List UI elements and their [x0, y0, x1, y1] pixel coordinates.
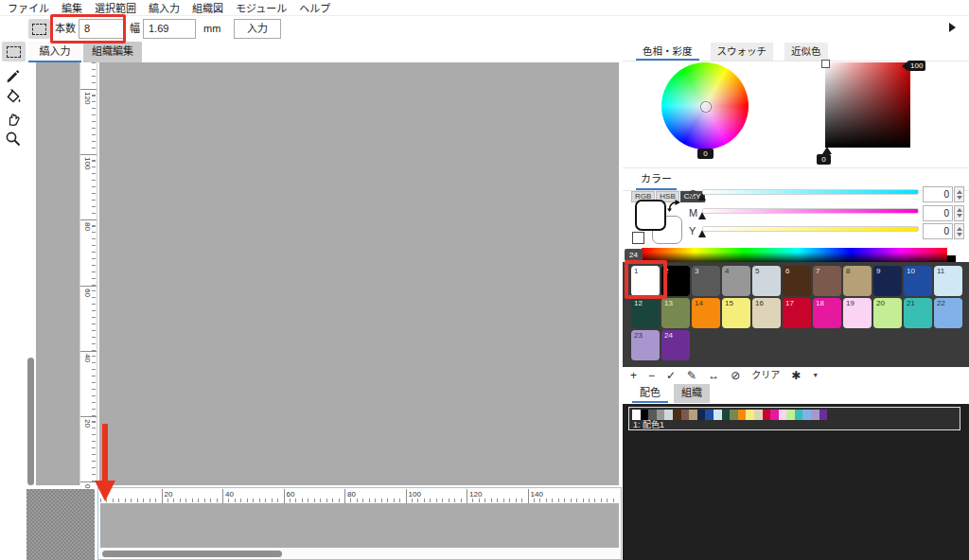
color-panel-tab-3[interactable]: 近似色	[784, 43, 828, 61]
slider-spinner-Y[interactable]	[954, 223, 964, 239]
palette-swatch-10[interactable]: 10	[904, 266, 932, 296]
width-input[interactable]: 1.69	[143, 19, 196, 39]
slider-spinner-M[interactable]	[954, 205, 964, 221]
scheme-color-chips	[632, 410, 827, 420]
palette-swatch-23[interactable]: 23	[631, 330, 660, 360]
default-colors-icon[interactable]	[632, 232, 644, 244]
palette-swatch-24[interactable]: 24	[661, 330, 690, 360]
scheme-tab-1[interactable]: 配色	[632, 384, 668, 403]
main-canvas[interactable]	[99, 62, 619, 485]
scheme-chip-11	[714, 410, 722, 420]
selection-tool-button[interactable]	[28, 19, 50, 39]
scheme-chip-16	[754, 410, 763, 420]
tab-color[interactable]: カラー	[636, 170, 677, 190]
sv-bottom-marker[interactable]	[822, 147, 832, 154]
palette-swatch-4[interactable]: 4	[722, 266, 750, 296]
edit-icon[interactable]: ✎	[687, 367, 696, 384]
add-icon[interactable]: +	[630, 367, 637, 384]
zoom-tool-icon[interactable]	[5, 131, 22, 148]
menu-item-4[interactable]: 縞入力	[149, 0, 180, 15]
scheme-item-label: 1: 配色1	[633, 420, 664, 430]
count-input[interactable]: 8	[79, 19, 125, 39]
selection-icon	[32, 24, 46, 35]
palette-swatch-2[interactable]: 2	[661, 266, 690, 296]
expand-arrow-icon[interactable]	[949, 23, 956, 32]
scheme-list-item[interactable]: 1: 配色1	[628, 407, 960, 430]
palette-swatch-12[interactable]: 12	[631, 298, 660, 328]
hue-wheel-marker[interactable]	[701, 102, 711, 112]
clear-icon[interactable]: クリア	[751, 367, 780, 384]
fill-tool-icon[interactable]	[5, 88, 22, 105]
left-toolbar	[0, 62, 26, 560]
disable-icon[interactable]: ⊘	[731, 367, 740, 384]
foreground-color-square[interactable]	[635, 200, 666, 231]
hue-spectrum-bar[interactable]	[642, 248, 954, 262]
palette-swatch-1[interactable]: 1	[631, 266, 660, 296]
vertical-scrollbar[interactable]	[27, 358, 34, 485]
palette-swatch-16[interactable]: 16	[752, 298, 781, 328]
doc-tab-1[interactable]: 縞入力	[28, 42, 81, 62]
h-ruler-tick-20: 20	[162, 489, 163, 503]
menu-item-3[interactable]: 選択範囲	[95, 0, 136, 15]
slider-track-Y[interactable]	[702, 226, 919, 232]
palette-swatch-14[interactable]: 14	[692, 298, 720, 328]
palette-swatch-7[interactable]: 7	[813, 266, 841, 296]
left-tool-selection-active[interactable]	[2, 42, 26, 61]
scheme-chip-22	[802, 410, 811, 420]
stripe-preview-column[interactable]	[36, 62, 79, 485]
saturation-value-square[interactable]	[825, 62, 910, 148]
doc-tab-2[interactable]: 組織編集	[83, 42, 142, 62]
sv-square-marker[interactable]	[821, 60, 830, 68]
slider-value-Y[interactable]: 0	[923, 223, 953, 239]
hue-bar-marker-black[interactable]	[947, 255, 956, 262]
palette-swatch-6[interactable]: 6	[783, 266, 811, 296]
palette-swatch-18[interactable]: 18	[813, 298, 841, 328]
palette-swatch-15[interactable]: 15	[722, 298, 750, 328]
remove-icon[interactable]: −	[648, 367, 655, 384]
scheme-tab-2[interactable]: 組織	[674, 384, 710, 403]
palette-swatch-17[interactable]: 17	[783, 298, 811, 328]
palette-swatch-5[interactable]: 5	[752, 266, 781, 296]
palette-swatch-9[interactable]: 9	[873, 266, 902, 296]
toolbar: 本数 8 幅 1.69 mm 入力	[0, 16, 969, 43]
count-label: 本数	[55, 19, 76, 39]
scheme-chip-19	[779, 410, 787, 420]
slider-value-M[interactable]: 0	[923, 205, 953, 221]
star-icon[interactable]: ✱	[791, 367, 801, 384]
menu-item-2[interactable]: 編集	[62, 0, 82, 15]
more-icon[interactable]: ▼	[812, 367, 819, 384]
menu-item-5[interactable]: 組織図	[192, 0, 223, 15]
check-icon[interactable]: ✓	[666, 367, 676, 384]
color-panel-tab-1[interactable]: 色相・彩度	[636, 43, 699, 61]
stripe-strip-panel: 20406080100120140	[97, 487, 622, 560]
hue-bar-marker-white[interactable]	[947, 248, 956, 255]
palette-swatch-13[interactable]: 13	[661, 298, 690, 328]
slider-track-M[interactable]	[702, 208, 919, 214]
slider-track-C[interactable]	[702, 189, 919, 195]
palette-swatch-22[interactable]: 22	[934, 298, 962, 328]
palette-swatch-8[interactable]: 8	[843, 266, 872, 296]
v-ruler-tick-20: 20	[80, 416, 97, 417]
swap-icon[interactable]: ↔	[708, 367, 719, 384]
menu-item-6[interactable]: モジュール	[236, 0, 287, 15]
scheme-chip-6	[673, 410, 681, 420]
sv-bottom-badge: 0	[817, 154, 831, 165]
swap-colors-icon[interactable]	[667, 199, 681, 216]
palette-swatch-19[interactable]: 19	[843, 298, 872, 328]
palette-swatch-11[interactable]: 11	[934, 266, 962, 296]
palette-swatch-3[interactable]: 3	[692, 266, 720, 296]
menu-item-7[interactable]: ヘルプ	[299, 0, 330, 15]
menu-item-1[interactable]: ファイル	[8, 0, 49, 15]
palette-swatch-21[interactable]: 21	[904, 298, 932, 328]
hand-tool-icon[interactable]	[5, 110, 22, 127]
stripe-strip-canvas[interactable]	[100, 503, 619, 548]
palette-swatch-20[interactable]: 20	[873, 298, 902, 328]
slider-spinner-C[interactable]	[954, 186, 964, 202]
pencil-tool-icon[interactable]	[5, 67, 22, 84]
palette-toolbar: +−✓✎↔⊘クリア✱▼	[630, 367, 969, 384]
horizontal-scrollbar[interactable]	[102, 551, 282, 557]
v-ruler-tick-80: 80	[80, 219, 97, 220]
slider-value-C[interactable]: 0	[923, 186, 953, 202]
color-panel-tab-2[interactable]: スウォッチ	[711, 43, 774, 61]
input-button[interactable]: 入力	[234, 19, 281, 39]
